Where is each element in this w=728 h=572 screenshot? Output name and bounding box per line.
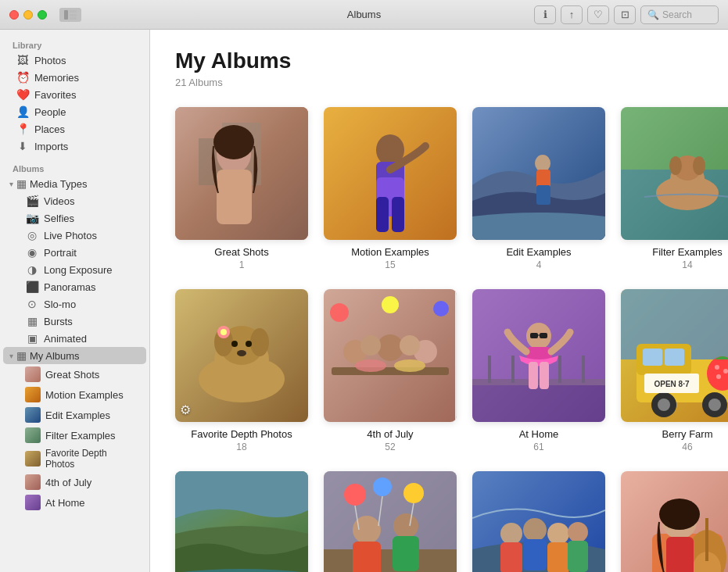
heart-button[interactable]: ♡: [587, 5, 609, 24]
album-name: At Home: [519, 428, 559, 440]
album-count: 61: [533, 442, 543, 452]
memories-icon: ⏰: [16, 71, 30, 84]
album-cover-row3-1: [175, 471, 308, 572]
album-cover-filter-examples: [621, 107, 728, 240]
places-icon: 📍: [16, 123, 30, 135]
sidebar-item-portrait[interactable]: ◉ Portrait: [3, 244, 146, 261]
animated-icon: ▣: [25, 332, 39, 345]
svg-point-47: [355, 359, 386, 372]
album-count: 18: [236, 442, 246, 452]
favorite-depth-thumb: [25, 451, 41, 467]
library-section-label: Library: [0, 36, 149, 52]
sidebar-item-long-exposure[interactable]: ◑ Long Exposure: [3, 261, 146, 278]
sidebar-item-panoramas[interactable]: ⬛ Panoramas: [3, 278, 146, 295]
svg-rect-86: [324, 549, 457, 572]
sidebar-item-photos[interactable]: 🖼 Photos: [3, 52, 146, 69]
svg-point-28: [693, 156, 705, 175]
depth-icon-overlay: ⚙: [180, 402, 191, 417]
album-cover-image: [175, 289, 308, 422]
sidebar-item-at-home[interactable]: At Home: [3, 492, 146, 513]
album-card-at-home[interactable]: At Home 61: [472, 289, 605, 452]
svg-point-81: [716, 374, 721, 379]
portrait-icon: ◉: [25, 246, 39, 259]
sidebar-item-videos[interactable]: 🎬 Videos: [3, 192, 146, 209]
edit-examples-thumb: [25, 407, 41, 423]
album-card-great-shots[interactable]: Great Shots 1: [175, 107, 308, 270]
people-icon: 👤: [16, 105, 30, 118]
svg-point-18: [535, 155, 550, 172]
share-button[interactable]: ↑: [561, 5, 583, 24]
album-card-favorite-depth[interactable]: ⚙ Favorite Depth Photos 18: [175, 289, 308, 452]
at-home-thumb: [25, 495, 41, 510]
album-cover-edit-examples: [472, 107, 605, 240]
sidebar-item-label: 4th of July: [45, 477, 91, 488]
sidebar-item-motion-examples[interactable]: Motion Examples: [3, 384, 146, 405]
sidebar-item-slo-mo[interactable]: ⊙ Slo-mo: [3, 295, 146, 313]
album-name: Edit Examples: [506, 246, 571, 258]
sidebar: Library 🖼 Photos ⏰ Memories ❤️ Favorites…: [0, 30, 150, 572]
album-card-4th-july[interactable]: 4th of July 52: [324, 289, 457, 452]
album-card-row3-2[interactable]: [324, 471, 457, 572]
album-cover-image: [472, 289, 605, 422]
album-cover-berry-farm: OPEN 8·7: [621, 289, 728, 422]
minimize-button[interactable]: [23, 10, 33, 20]
maximize-button[interactable]: [38, 10, 47, 20]
selfies-icon: 📷: [25, 212, 39, 224]
svg-rect-103: [500, 542, 522, 572]
album-name: Filter Examples: [652, 246, 723, 258]
sidebar-item-great-shots[interactable]: Great Shots: [3, 364, 146, 384]
svg-rect-89: [353, 542, 381, 572]
close-button[interactable]: [9, 10, 19, 20]
sidebar-item-edit-examples[interactable]: Edit Examples: [3, 405, 146, 425]
sidebar-item-filter-examples[interactable]: Filter Examples: [3, 425, 146, 445]
media-types-toggle[interactable]: ▾ ▦ Media Types: [3, 175, 146, 192]
sidebar-item-imports[interactable]: ⬇ Imports: [3, 138, 146, 155]
sidebar-item-favorite-depth[interactable]: Favorite Depth Photos: [3, 445, 146, 472]
album-cover-image: OPEN 8·7: [621, 289, 728, 422]
sidebar-item-4th-july[interactable]: 4th of July: [3, 472, 146, 492]
sidebar-item-animated[interactable]: ▣ Animated: [3, 330, 146, 347]
sidebar-item-favorites[interactable]: ❤️ Favorites: [3, 86, 146, 103]
panoramas-icon: ⬛: [25, 281, 39, 293]
content-area: My Albums 21 Albums: [150, 30, 728, 572]
album-card-row3-3[interactable]: [472, 471, 605, 572]
album-card-row3-1[interactable]: [175, 471, 308, 572]
sidebar-item-label: Filter Examples: [45, 430, 116, 442]
svg-rect-114: [666, 537, 694, 572]
sidebar-toggle-button[interactable]: [59, 8, 81, 22]
sidebar-item-bursts[interactable]: ▦ Bursts: [3, 313, 146, 330]
titlebar: Albums ℹ ↑ ♡ ⊡ 🔍 Search: [0, 0, 728, 30]
sidebar-item-label: Panoramas: [44, 281, 95, 293]
svg-point-80: [723, 369, 728, 374]
my-albums-toggle[interactable]: ▾ ▦ My Albums: [3, 347, 146, 364]
svg-point-36: [221, 329, 227, 335]
album-card-edit-examples[interactable]: Edit Examples 4: [472, 107, 605, 270]
album-card-berry-farm[interactable]: OPEN 8·7 Berry Farm 46: [621, 289, 728, 452]
svg-point-61: [526, 323, 551, 349]
sidebar-item-people[interactable]: 👤 People: [3, 103, 146, 120]
svg-point-77: [708, 399, 721, 411]
sidebar-item-selfies[interactable]: 📷 Selfies: [3, 209, 146, 227]
album-cover-image: [621, 107, 728, 240]
airplay-button[interactable]: ⊡: [614, 5, 636, 24]
album-count: 52: [385, 442, 395, 452]
album-card-motion-examples[interactable]: Motion Examples 15: [324, 107, 457, 270]
sidebar-item-label: Great Shots: [45, 369, 99, 381]
my-albums-icon: ▦: [16, 349, 27, 362]
main-area: Library 🖼 Photos ⏰ Memories ❤️ Favorites…: [0, 30, 728, 572]
album-cover-image: [324, 107, 457, 240]
search-box[interactable]: 🔍 Search: [640, 5, 719, 24]
sidebar-item-live-photos[interactable]: ◎ Live Photos: [3, 227, 146, 244]
search-label: Search: [662, 9, 692, 20]
album-card-row3-4[interactable]: [621, 471, 728, 572]
sidebar-item-places[interactable]: 📍 Places: [3, 120, 146, 138]
svg-rect-3: [70, 17, 77, 20]
sidebar-item-memories[interactable]: ⏰ Memories: [3, 69, 146, 86]
svg-rect-111: [705, 518, 708, 561]
album-count: 15: [385, 259, 395, 270]
svg-text:OPEN 8·7: OPEN 8·7: [654, 380, 689, 388]
svg-rect-66: [540, 333, 547, 338]
info-button[interactable]: ℹ: [534, 5, 556, 24]
album-card-filter-examples[interactable]: Filter Examples 14: [621, 107, 728, 270]
svg-rect-15: [376, 197, 389, 232]
